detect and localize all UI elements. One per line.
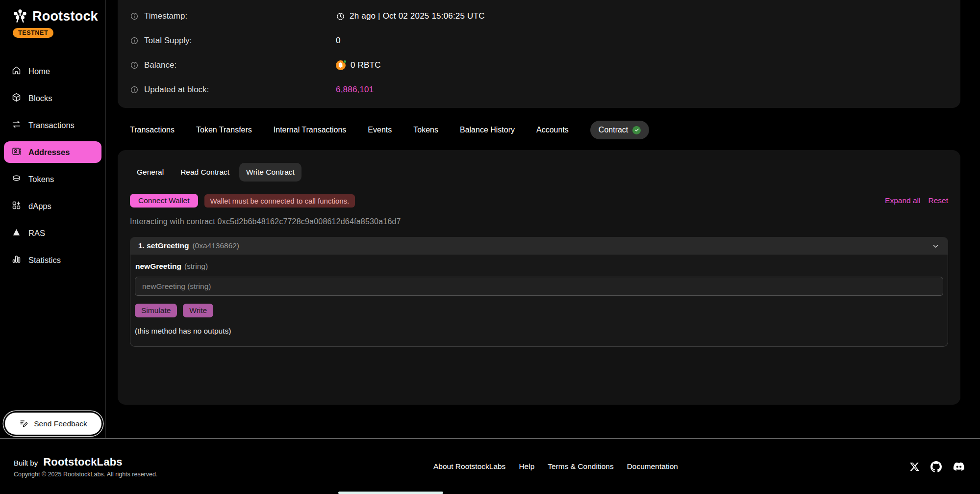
github-icon[interactable]	[930, 461, 942, 472]
rootstock-logo-icon	[12, 8, 28, 25]
tab-balance-history[interactable]: Balance History	[460, 126, 515, 134]
info-icon	[130, 61, 139, 70]
footer-brand-block: Built by RootstockLabs Copyright © 2025 …	[14, 456, 318, 478]
sidebar-item-dapps[interactable]: dApps	[4, 195, 101, 217]
info-label-text: Timestamp:	[144, 11, 187, 21]
main-content: Timestamp: 2h ago | Oct 02 2025 15:06:25…	[106, 0, 980, 438]
info-row-total-supply: Total Supply: 0	[130, 28, 960, 53]
sidebar-item-label: Blocks	[28, 94, 52, 103]
built-by-label: Built by	[14, 459, 38, 467]
home-icon	[11, 65, 22, 78]
info-icon	[130, 85, 139, 94]
address-info-card: Timestamp: 2h ago | Oct 02 2025 15:06:25…	[118, 0, 960, 108]
sidebar-item-blocks[interactable]: Blocks	[4, 87, 101, 109]
param-name: newGreeting	[135, 262, 181, 270]
expand-all-link[interactable]: Expand all	[885, 196, 920, 205]
tab-events[interactable]: Events	[368, 126, 392, 134]
method-title: 1. setGreeting	[138, 241, 189, 250]
tab-accounts[interactable]: Accounts	[536, 126, 569, 134]
footer-link-terms[interactable]: Terms & Conditions	[548, 462, 613, 471]
footer-link-help[interactable]: Help	[519, 462, 534, 471]
send-feedback-label: Send Feedback	[34, 419, 87, 428]
address-tabs: Transactions Token Transfers Internal Tr…	[118, 121, 960, 139]
sidebar-item-addresses[interactable]: Addresses	[4, 141, 101, 163]
swap-arrows-icon	[11, 119, 22, 131]
footer: Built by RootstockLabs Copyright © 2025 …	[0, 439, 980, 494]
balance-value: 0 RBTC	[351, 60, 381, 70]
discord-icon[interactable]	[953, 460, 965, 473]
triangle-icon	[11, 227, 22, 239]
clock-icon	[336, 12, 345, 21]
footer-link-about[interactable]: About RootstockLabs	[433, 462, 505, 471]
bar-chart-icon	[11, 254, 22, 266]
chevron-down-icon	[931, 242, 940, 250]
connect-wallet-button[interactable]: Connect Wallet	[130, 194, 198, 208]
method-buttons: Simulate Write	[135, 304, 943, 317]
rootstocklabs-brand[interactable]: RootstockLabs	[43, 456, 123, 468]
panel-actions: Expand all Reset	[885, 196, 948, 205]
info-row-balance: Balance: ฿ 0 RBTC	[130, 53, 960, 78]
contract-panel: General Read Contract Write Contract Con…	[118, 150, 960, 405]
rbtc-coin-icon: ฿	[336, 60, 346, 71]
feedback-pencil-icon	[19, 419, 28, 428]
total-supply-value: 0	[336, 36, 341, 46]
sidebar-item-tokens[interactable]: Tokens	[4, 168, 101, 190]
verified-check-icon	[632, 126, 641, 134]
tab-internal-transactions[interactable]: Internal Transactions	[274, 126, 347, 134]
simulate-button[interactable]: Simulate	[135, 304, 177, 317]
sidebar-item-home[interactable]: Home	[4, 60, 101, 82]
reset-link[interactable]: Reset	[929, 196, 949, 205]
param-input[interactable]	[135, 277, 943, 296]
sidebar-item-ras[interactable]: RAS	[4, 222, 101, 244]
method-accordion-body: newGreeting(string) Simulate Write (this…	[130, 255, 948, 347]
method-accordion-header[interactable]: 1. setGreeting (0xa4136862)	[130, 237, 948, 255]
footer-link-docs[interactable]: Documentation	[627, 462, 678, 471]
wallet-warning: Wallet must be connected to call functio…	[204, 194, 355, 208]
info-row-updated-block: Updated at block: 6,886,101	[130, 78, 960, 102]
footer-links: About RootstockLabs Help Terms & Conditi…	[433, 462, 678, 471]
contact-card-icon	[11, 146, 22, 158]
sidebar-nav: Home Blocks Transactions Addresses Token…	[0, 60, 105, 271]
info-icon	[130, 36, 139, 45]
sidebar-item-label: Addresses	[28, 148, 70, 157]
tab-token-transfers[interactable]: Token Transfers	[196, 126, 252, 134]
subtab-read-contract[interactable]: Read Contract	[174, 163, 236, 182]
tab-transactions[interactable]: Transactions	[130, 126, 175, 134]
testnet-badge: TESTNET	[13, 28, 53, 38]
copyright-text: Copyright © 2025 RootstockLabs. All righ…	[14, 471, 318, 478]
wallet-row: Connect Wallet Wallet must be connected …	[130, 194, 948, 208]
method-accordion: 1. setGreeting (0xa4136862) newGreeting(…	[130, 237, 948, 347]
subtab-write-contract[interactable]: Write Contract	[239, 163, 302, 182]
rootstock-logo[interactable]: Rootstock	[0, 8, 105, 25]
param-type: (string)	[184, 262, 208, 270]
info-row-timestamp: Timestamp: 2h ago | Oct 02 2025 15:06:25…	[130, 4, 960, 28]
page-layout: Rootstock TESTNET Home Blocks Transactio…	[0, 0, 980, 439]
sidebar-item-label: Transactions	[28, 121, 75, 130]
contract-subtabs: General Read Contract Write Contract	[130, 163, 948, 182]
x-icon[interactable]	[909, 462, 920, 472]
method-selector: (0xa4136862)	[192, 241, 239, 250]
sidebar-item-label: dApps	[28, 202, 51, 211]
tab-tokens[interactable]: Tokens	[413, 126, 438, 134]
param-label: newGreeting(string)	[135, 262, 943, 271]
logo-title: Rootstock	[32, 9, 98, 24]
footer-socials	[909, 460, 965, 473]
coin-icon	[11, 173, 22, 185]
sidebar-item-label: Home	[28, 67, 50, 76]
send-feedback-button[interactable]: Send Feedback	[5, 413, 101, 435]
outputs-note: (this method has no outputs)	[135, 327, 943, 336]
interacting-with-contract: Interacting with contract 0xc5d2b6b48162…	[130, 217, 948, 226]
info-label-text: Total Supply:	[144, 36, 192, 46]
sidebar-item-label: Tokens	[28, 175, 54, 184]
sidebar-item-transactions[interactable]: Transactions	[4, 114, 101, 136]
horizontal-scrollbar-thumb[interactable]	[338, 492, 443, 494]
subtab-general[interactable]: General	[130, 163, 171, 182]
cube-icon	[11, 92, 22, 104]
info-icon	[130, 12, 139, 21]
tab-contract[interactable]: Contract	[590, 121, 649, 139]
updated-block-link[interactable]: 6,886,101	[336, 85, 374, 95]
sidebar-item-statistics[interactable]: Statistics	[4, 249, 101, 271]
info-label-text: Balance:	[144, 60, 176, 70]
write-button[interactable]: Write	[183, 304, 213, 317]
grid-plus-icon	[11, 200, 22, 212]
